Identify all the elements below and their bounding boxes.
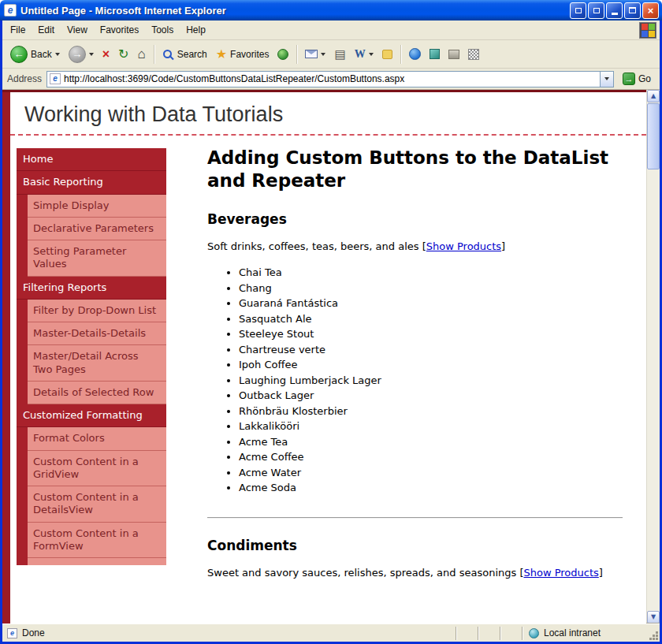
sidebar-item-label: Basic Reporting bbox=[23, 176, 103, 188]
library-button[interactable] bbox=[445, 48, 463, 61]
sidebar-item-simple-display[interactable]: Simple Display bbox=[17, 195, 166, 218]
browser-viewport: Working with Data Tutorials HomeBasic Re… bbox=[2, 90, 660, 624]
sidebar-item-custom-content-in-a-formview[interactable]: Custom Content in a FormView bbox=[17, 523, 166, 559]
resize-grip[interactable] bbox=[648, 624, 660, 642]
refresh-button[interactable]: ↻ bbox=[115, 47, 132, 62]
grid-button[interactable] bbox=[465, 47, 482, 61]
address-dropdown-button[interactable] bbox=[600, 72, 613, 87]
media-button[interactable] bbox=[274, 47, 292, 61]
menu-edit[interactable]: Edit bbox=[32, 21, 61, 39]
show-products-link[interactable]: Show Products bbox=[523, 567, 598, 579]
address-input[interactable]: e http://localhost:3699/Code/CustomButto… bbox=[46, 71, 614, 87]
sidebar-item-filtering-reports[interactable]: Filtering Reports bbox=[17, 277, 166, 300]
sidebar-nav: HomeBasic ReportingSimple DisplayDeclara… bbox=[17, 148, 166, 565]
scrollbar-thumb[interactable] bbox=[647, 103, 660, 169]
favorites-button[interactable]: ★ Favorites bbox=[213, 47, 273, 62]
sidebar-item-basic-reporting[interactable]: Basic Reporting bbox=[17, 171, 166, 194]
nav-indent-strip bbox=[17, 322, 28, 345]
window-split-button-2[interactable] bbox=[588, 2, 604, 19]
menu-view[interactable]: View bbox=[61, 21, 94, 39]
description-text: ] bbox=[599, 567, 603, 579]
product-item: Chai Tea bbox=[239, 266, 623, 278]
search-button[interactable]: Search bbox=[159, 47, 210, 61]
favorites-star-icon: ★ bbox=[216, 48, 227, 61]
page-title: Adding Custom Buttons to the DataList an… bbox=[207, 147, 623, 192]
sidebar-item-customized-formatting[interactable]: Customized Formatting bbox=[17, 404, 166, 427]
address-url: http://localhost:3699/Code/CustomButtons… bbox=[64, 73, 600, 84]
messenger-button[interactable] bbox=[406, 47, 424, 61]
menu-tools[interactable]: Tools bbox=[145, 21, 180, 39]
sidebar-item-declarative-parameters[interactable]: Declarative Parameters bbox=[17, 218, 166, 240]
category-section-beverages: Beverages Soft drinks, coffees, teas, be… bbox=[207, 211, 623, 494]
edit-dropdown-icon[interactable] bbox=[369, 53, 374, 56]
sidebar-item-custom-content-in-a-detailsview[interactable]: Custom Content in a DetailsView bbox=[17, 486, 166, 523]
go-label: Go bbox=[638, 73, 651, 84]
address-label: Address bbox=[7, 73, 42, 84]
menu-help[interactable]: Help bbox=[180, 21, 212, 39]
product-item: Sasquatch Ale bbox=[239, 313, 623, 325]
sidebar-item-master-detail-across-two-pages[interactable]: Master/Detail Across Two Pages bbox=[17, 345, 166, 382]
split-icon bbox=[593, 8, 600, 13]
sidebar-item-format-colors[interactable]: Format Colors bbox=[17, 427, 166, 450]
research-button[interactable] bbox=[426, 47, 443, 61]
home-button[interactable]: ⌂ bbox=[134, 46, 148, 62]
back-dropdown-icon[interactable] bbox=[55, 53, 60, 56]
menu-file[interactable]: File bbox=[4, 21, 32, 39]
mail-dropdown-icon[interactable] bbox=[321, 53, 325, 56]
scroll-down-button[interactable]: ▼ bbox=[647, 611, 660, 624]
stop-button[interactable]: × bbox=[99, 47, 113, 62]
sidebar-item-home[interactable]: Home bbox=[17, 148, 166, 171]
discuss-icon bbox=[382, 50, 392, 59]
sidebar-item-setting-parameter-values[interactable]: Setting Parameter Values bbox=[17, 240, 166, 277]
sidebar-item-filter-by-drop-down-list[interactable]: Filter by Drop-Down List bbox=[17, 300, 166, 322]
sidebar-item-partial[interactable] bbox=[17, 558, 166, 565]
status-pane bbox=[478, 627, 500, 640]
close-button[interactable]: × bbox=[642, 2, 659, 19]
minimize-button[interactable] bbox=[606, 2, 623, 19]
nav-indent-strip bbox=[17, 427, 28, 450]
description-text: Sweet and savory sauces, relishes, sprea… bbox=[207, 567, 523, 579]
nav-indent-strip bbox=[17, 218, 28, 240]
forward-button[interactable]: → bbox=[65, 44, 97, 65]
dither-grid-icon bbox=[468, 49, 479, 60]
mail-button[interactable] bbox=[302, 48, 329, 60]
status-text: Done bbox=[22, 627, 45, 638]
discuss-button[interactable] bbox=[379, 48, 396, 61]
go-button[interactable]: → Go bbox=[619, 72, 655, 86]
home-icon: ⌂ bbox=[137, 47, 145, 61]
windows-logo-icon bbox=[639, 22, 656, 39]
title-bar[interactable]: e Untitled Page - Microsoft Internet Exp… bbox=[0, 0, 662, 20]
sidebar-item-label: Master/Detail Across Two Pages bbox=[28, 345, 166, 382]
vertical-scrollbar[interactable]: ▲ ▼ bbox=[646, 90, 660, 624]
sidebar-item-label: Custom Content in a DetailsView bbox=[28, 486, 166, 523]
sidebar-item-label: Home bbox=[23, 153, 53, 165]
window-split-button-1[interactable] bbox=[570, 2, 586, 19]
print-button[interactable]: ▤ bbox=[331, 47, 348, 61]
nav-indent-strip bbox=[17, 451, 28, 487]
menu-favorites[interactable]: Favorites bbox=[94, 21, 145, 39]
forward-dropdown-icon[interactable] bbox=[89, 53, 94, 56]
scrollbar-track[interactable] bbox=[647, 102, 660, 611]
scroll-up-button[interactable]: ▲ bbox=[647, 90, 660, 102]
sidebar-item-label: Custom Content in a GridView bbox=[28, 451, 166, 487]
sidebar-item-custom-content-in-a-gridview[interactable]: Custom Content in a GridView bbox=[17, 451, 166, 487]
window-title: Untitled Page - Microsoft Internet Explo… bbox=[20, 5, 570, 17]
edit-button[interactable]: W bbox=[351, 47, 377, 61]
zone-label: Local intranet bbox=[544, 627, 601, 638]
sidebar-item-master-details-details[interactable]: Master-Details-Details bbox=[17, 322, 166, 345]
show-products-link[interactable]: Show Products bbox=[426, 240, 501, 252]
maximize-button[interactable] bbox=[624, 2, 641, 19]
search-icon bbox=[163, 50, 172, 58]
sidebar-item-details-of-selected-row[interactable]: Details of Selected Row bbox=[17, 382, 166, 404]
address-bar: Address e http://localhost:3699/Code/Cus… bbox=[2, 69, 660, 90]
toolbar-separator bbox=[154, 45, 154, 64]
back-button[interactable]: ← Back bbox=[7, 44, 63, 65]
minimize-icon bbox=[612, 13, 618, 15]
product-item: Chang bbox=[239, 282, 623, 294]
product-item: Acme Tea bbox=[239, 436, 623, 448]
mail-icon bbox=[305, 50, 318, 58]
standard-toolbar: ← Back → × ↻ ⌂ Search ★ Favorites bbox=[2, 40, 660, 69]
site-title: Working with Data Tutorials bbox=[10, 92, 646, 134]
product-list: Chai TeaChangGuaraná FantásticaSasquatch… bbox=[207, 266, 623, 493]
nav-indent-strip bbox=[17, 558, 28, 565]
